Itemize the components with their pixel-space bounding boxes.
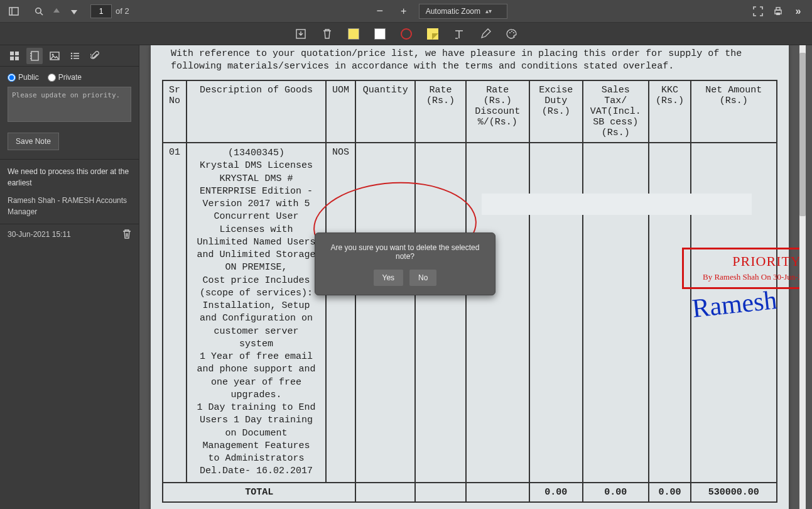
pen-icon bbox=[480, 28, 491, 40]
trash-icon bbox=[322, 28, 332, 40]
table-header-row: Sr No Description of Goods UOM Quantity … bbox=[163, 80, 777, 143]
sticky-note-button[interactable] bbox=[424, 25, 441, 43]
svg-rect-0 bbox=[9, 8, 18, 15]
palette-icon bbox=[506, 28, 517, 40]
note-timestamp: 30-Jun-2021 15:11 bbox=[8, 230, 71, 239]
th-desc: Description of Goods bbox=[187, 80, 326, 143]
sidebar-tab-notes[interactable] bbox=[26, 48, 43, 64]
chevron-double-right-icon: » bbox=[796, 6, 801, 17]
find-button[interactable] bbox=[30, 3, 48, 20]
minus-icon: − bbox=[376, 4, 383, 18]
svg-point-20 bbox=[52, 53, 54, 55]
next-page-button[interactable] bbox=[65, 3, 83, 20]
note-textarea[interactable]: Please update on priority. bbox=[8, 87, 131, 122]
note-author: Ramesh Shah - RAMESH Accounts Manager bbox=[8, 195, 131, 217]
stamp-title: PRIORITY bbox=[684, 253, 806, 270]
text-tool-button[interactable] bbox=[450, 25, 468, 43]
cell-desc: (13400345) Krystal DMS Licenses KRYSTAL … bbox=[187, 143, 326, 483]
cell-sr: 01 bbox=[163, 143, 187, 483]
svg-rect-12 bbox=[15, 52, 19, 55]
doc-intro: With reference to your quotation/price l… bbox=[162, 45, 777, 80]
note-editor: Public Private Please update on priority… bbox=[0, 67, 139, 160]
note-footer: 30-Jun-2021 15:11 bbox=[0, 224, 139, 244]
fullscreen-icon bbox=[753, 6, 763, 16]
save-note-button[interactable]: Save Note bbox=[8, 133, 59, 150]
total-excise: 0.00 bbox=[529, 483, 582, 502]
visibility-public[interactable]: Public bbox=[8, 73, 39, 82]
image-icon bbox=[50, 51, 60, 61]
zoom-out-button[interactable]: − bbox=[371, 3, 389, 20]
delete-annot-button[interactable] bbox=[318, 25, 336, 43]
scrollbar-thumb[interactable] bbox=[799, 53, 806, 216]
highlight-white-button[interactable] bbox=[371, 25, 389, 43]
white-swatch-icon bbox=[374, 28, 386, 40]
notebook-icon bbox=[30, 51, 40, 61]
tools-menu-button[interactable]: » bbox=[789, 3, 807, 20]
th-rate: Rate (Rs.) bbox=[415, 80, 465, 143]
chevron-updown-icon: ▴▾ bbox=[485, 8, 492, 14]
sidebar-tab-thumbnails[interactable] bbox=[6, 48, 23, 64]
svg-point-23 bbox=[71, 57, 73, 59]
page-total-label: of 2 bbox=[116, 6, 129, 16]
pen-tool-button[interactable] bbox=[477, 25, 494, 43]
sidebar-tab-layers[interactable] bbox=[46, 48, 63, 64]
delete-note-button[interactable] bbox=[122, 229, 131, 239]
search-icon bbox=[35, 7, 43, 16]
ellipse-tool-button[interactable] bbox=[398, 25, 415, 43]
th-net: Net Amount (Rs.) bbox=[691, 80, 777, 143]
svg-rect-5 bbox=[776, 8, 780, 10]
sidebar-tab-attachments[interactable] bbox=[87, 48, 103, 64]
th-rate-disc: Rate (Rs.) Discount %/(Rs.) bbox=[466, 80, 529, 143]
svg-rect-6 bbox=[776, 13, 780, 15]
page-number-input[interactable] bbox=[90, 4, 112, 18]
download-annot-button[interactable] bbox=[292, 25, 310, 43]
svg-rect-14 bbox=[15, 57, 19, 60]
sidebar-icon bbox=[9, 6, 19, 16]
stamp-byline: By Ramesh Shah On 30-Jun-2021 15:7 bbox=[684, 272, 806, 282]
sidebar-toggle-button[interactable] bbox=[5, 3, 23, 20]
plus-icon: + bbox=[401, 6, 406, 17]
zoom-label: Automatic Zoom bbox=[426, 7, 480, 16]
modal-no-button[interactable]: No bbox=[409, 270, 436, 286]
modal-message: Are you sure you want to delete the sele… bbox=[323, 243, 487, 261]
arrow-up-icon bbox=[53, 7, 60, 16]
svg-rect-11 bbox=[10, 52, 14, 55]
svg-point-21 bbox=[71, 52, 73, 54]
color-palette-button[interactable] bbox=[503, 25, 521, 43]
yellow-swatch-icon bbox=[348, 28, 359, 40]
th-kkc: KKC (Rs.) bbox=[649, 80, 691, 143]
zoom-in-button[interactable]: + bbox=[395, 3, 413, 20]
svg-rect-15 bbox=[31, 52, 38, 60]
svg-rect-13 bbox=[10, 57, 14, 60]
table-total-row: TOTAL 0.00 0.00 0.00 530000.00 bbox=[163, 483, 777, 502]
ellipse-icon bbox=[401, 28, 412, 40]
sidebar: Public Private Please update on priority… bbox=[0, 45, 139, 509]
prev-page-button[interactable] bbox=[48, 3, 65, 20]
download-icon bbox=[295, 28, 306, 40]
total-label: TOTAL bbox=[163, 483, 355, 502]
modal-yes-button[interactable]: Yes bbox=[374, 270, 404, 286]
print-icon bbox=[773, 6, 783, 16]
print-button[interactable] bbox=[769, 3, 787, 20]
priority-stamp[interactable]: PRIORITY By Ramesh Shah On 30-Jun-2021 1… bbox=[682, 248, 806, 289]
scrollbar-track[interactable] bbox=[799, 45, 806, 509]
arrow-down-icon bbox=[70, 7, 78, 16]
th-qty: Quantity bbox=[355, 80, 415, 143]
total-kkc: 0.00 bbox=[649, 483, 691, 502]
highlight-yellow-button[interactable] bbox=[345, 25, 362, 43]
note-item[interactable]: We need to process this order at the ear… bbox=[0, 160, 139, 224]
sidebar-tab-outline[interactable] bbox=[67, 48, 83, 64]
trash-icon bbox=[122, 229, 131, 239]
svg-line-3 bbox=[40, 13, 43, 15]
visibility-private[interactable]: Private bbox=[48, 73, 82, 82]
svg-point-9 bbox=[511, 31, 512, 32]
presentation-button[interactable] bbox=[749, 3, 767, 20]
svg-point-10 bbox=[513, 32, 514, 33]
pdf-toolbar: of 2 − + Automatic Zoom ▴▾ » bbox=[0, 0, 812, 23]
sticky-note-icon bbox=[427, 28, 438, 40]
annotation-toolbar bbox=[0, 23, 812, 45]
zoom-select[interactable]: Automatic Zoom ▴▾ bbox=[419, 4, 507, 19]
sidebar-tabs bbox=[0, 45, 139, 67]
paperclip-icon bbox=[90, 51, 99, 61]
svg-point-2 bbox=[36, 8, 41, 13]
